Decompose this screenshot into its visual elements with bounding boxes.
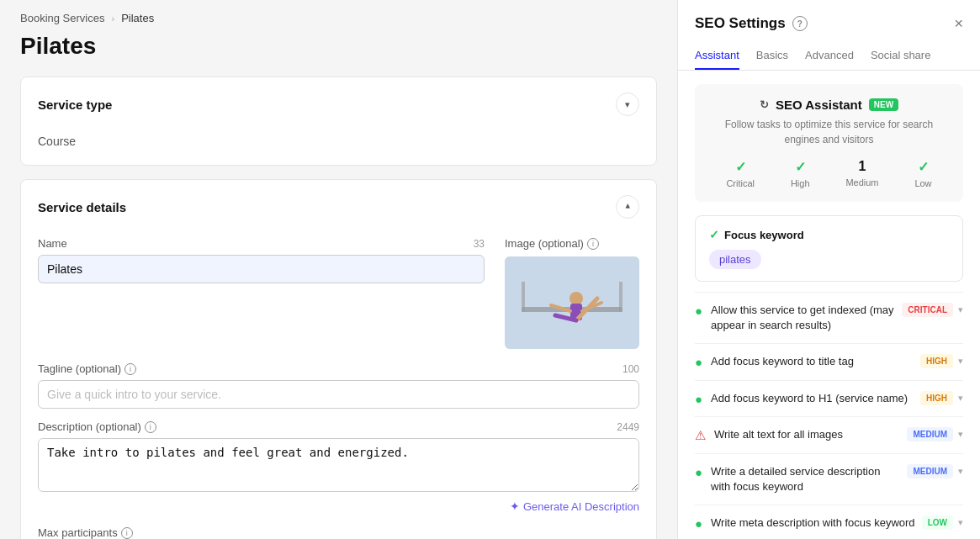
task-left: ● Write meta description with focus keyw… bbox=[695, 515, 915, 531]
tagline-input[interactable] bbox=[38, 380, 639, 409]
task-text: Add focus keyword to H1 (service name) bbox=[711, 391, 908, 406]
task-text: Add focus keyword to title tag bbox=[711, 354, 854, 369]
image-thumbnail[interactable] bbox=[505, 256, 639, 349]
ai-icon: ✦ bbox=[510, 499, 520, 513]
task-badge: MEDIUM bbox=[907, 464, 953, 478]
service-type-card: Service type ▾ Course bbox=[20, 77, 657, 166]
score-medium-label: Medium bbox=[845, 177, 878, 188]
description-textarea[interactable]: Take intro to pilates and feel great and… bbox=[38, 438, 639, 492]
score-high: ✓ High bbox=[791, 159, 810, 188]
task-expand-icon[interactable]: ▾ bbox=[958, 304, 963, 315]
image-section: Image (optional) i bbox=[505, 237, 639, 349]
svg-point-4 bbox=[569, 292, 583, 305]
service-details-body: Name 33 Image (optional) i bbox=[21, 234, 656, 539]
seo-title: SEO Settings ? bbox=[695, 15, 808, 32]
service-details-chevron[interactable]: ▾ bbox=[616, 195, 639, 219]
name-label: Name bbox=[38, 237, 67, 250]
tagline-label-row: Tagline (optional) i 100 bbox=[38, 362, 639, 375]
seo-header: SEO Settings ? × bbox=[678, 0, 980, 32]
focus-keyword-label: Focus keyword bbox=[724, 229, 804, 241]
service-details-header[interactable]: Service details ▾ bbox=[21, 180, 656, 234]
task-item: ● Write a detailed service description w… bbox=[695, 453, 963, 505]
breadcrumb-parent[interactable]: Booking Services bbox=[20, 12, 104, 24]
task-left: ● Write a detailed service description w… bbox=[695, 464, 900, 494]
breadcrumb-current: Pilates bbox=[121, 12, 154, 24]
service-type-title: Service type bbox=[38, 98, 112, 112]
task-text: Write alt text for all images bbox=[714, 427, 843, 442]
task-right: LOW ▾ bbox=[922, 515, 963, 530]
participants-label: Max participants i bbox=[38, 526, 639, 539]
task-right: MEDIUM ▾ bbox=[907, 427, 963, 441]
task-item: ⚠ Write alt text for all images MEDIUM ▾ bbox=[695, 416, 963, 453]
task-badge: HIGH bbox=[920, 354, 953, 368]
generate-ai-button[interactable]: ✦ Generate AI Description bbox=[38, 499, 639, 513]
description-label: Description (optional) i bbox=[38, 420, 156, 433]
score-critical-label: Critical bbox=[726, 178, 755, 188]
seo-close-button[interactable]: × bbox=[954, 16, 963, 31]
assistant-card-title: ↻ SEO Assistant NEW bbox=[708, 98, 950, 112]
score-low: ✓ Low bbox=[914, 159, 931, 188]
task-status-icon: ● bbox=[695, 355, 702, 369]
task-right: HIGH ▾ bbox=[920, 354, 963, 368]
task-status-icon: ⚠ bbox=[695, 428, 706, 443]
task-badge: MEDIUM bbox=[907, 427, 953, 441]
score-low-label: Low bbox=[914, 178, 931, 188]
name-count: 33 bbox=[474, 238, 485, 250]
description-field-group: Description (optional) i 2449 Take intro… bbox=[38, 420, 639, 494]
task-left: ● Add focus keyword to H1 (service name) bbox=[695, 391, 914, 406]
task-item: ● Add focus keyword to H1 (service name)… bbox=[695, 380, 963, 416]
task-status-icon: ● bbox=[695, 516, 702, 531]
participants-info-icon[interactable]: i bbox=[121, 527, 133, 539]
task-badge: LOW bbox=[922, 515, 953, 530]
task-expand-icon[interactable]: ▾ bbox=[958, 466, 963, 477]
image-info-icon[interactable]: i bbox=[587, 238, 599, 250]
task-right: HIGH ▾ bbox=[920, 391, 963, 405]
task-item: ● Allow this service to get indexed (may… bbox=[695, 292, 963, 343]
seo-help-icon[interactable]: ? bbox=[792, 16, 808, 31]
task-expand-icon[interactable]: ▾ bbox=[958, 429, 963, 440]
score-medium-number: 1 bbox=[859, 159, 866, 174]
page-title: Pilates bbox=[20, 33, 657, 60]
tab-assistant[interactable]: Assistant bbox=[695, 42, 739, 70]
svg-rect-2 bbox=[522, 282, 525, 312]
description-count: 2449 bbox=[617, 421, 639, 433]
service-type-body: Course bbox=[21, 131, 656, 165]
task-expand-icon[interactable]: ▾ bbox=[958, 356, 963, 367]
breadcrumb: Booking Services › Pilates bbox=[20, 0, 657, 33]
focus-keyword-card[interactable]: ✓ Focus keyword pilates bbox=[695, 215, 963, 282]
seo-tabs: Assistant Basics Advanced Social share bbox=[678, 42, 980, 71]
name-label-row: Name 33 bbox=[38, 237, 485, 250]
service-type-header[interactable]: Service type ▾ bbox=[21, 77, 656, 131]
tab-basics[interactable]: Basics bbox=[756, 42, 788, 70]
new-badge: NEW bbox=[869, 98, 898, 111]
task-status-icon: ● bbox=[695, 465, 702, 479]
task-status-icon: ● bbox=[695, 304, 702, 318]
tagline-label: Tagline (optional) i bbox=[38, 362, 136, 375]
svg-rect-3 bbox=[619, 282, 622, 312]
tab-social-share[interactable]: Social share bbox=[871, 42, 931, 70]
task-text: Write meta description with focus keywor… bbox=[711, 515, 915, 531]
task-item: ● Add focus keyword to title tag HIGH ▾ bbox=[695, 343, 963, 379]
service-details-card: Service details ▾ Name 33 Image (optiona… bbox=[20, 179, 657, 539]
name-image-row: Name 33 Image (optional) i bbox=[38, 237, 639, 349]
name-field-group: Name 33 bbox=[38, 237, 485, 283]
refresh-icon[interactable]: ↻ bbox=[760, 98, 769, 111]
tab-advanced[interactable]: Advanced bbox=[805, 42, 854, 70]
task-left: ● Add focus keyword to title tag bbox=[695, 354, 914, 369]
score-high-label: High bbox=[791, 178, 810, 188]
participants-section: Max participants i 12 Participants ▲ ▼ bbox=[38, 526, 639, 539]
score-high-check: ✓ bbox=[795, 159, 806, 175]
score-low-check: ✓ bbox=[918, 159, 929, 175]
task-left: ⚠ Write alt text for all images bbox=[695, 427, 900, 443]
tagline-info-icon[interactable]: i bbox=[124, 363, 136, 375]
assistant-card: ↻ SEO Assistant NEW Follow tasks to opti… bbox=[695, 84, 963, 202]
description-info-icon[interactable]: i bbox=[145, 421, 156, 433]
task-expand-icon[interactable]: ▾ bbox=[958, 393, 963, 404]
focus-keyword-check-icon: ✓ bbox=[709, 228, 719, 241]
score-critical-check: ✓ bbox=[735, 159, 746, 175]
task-expand-icon[interactable]: ▾ bbox=[958, 517, 963, 528]
service-type-chevron[interactable]: ▾ bbox=[616, 92, 639, 116]
name-input[interactable] bbox=[38, 255, 485, 283]
task-item: ● Write meta description with focus keyw… bbox=[695, 505, 963, 539]
score-critical: ✓ Critical bbox=[726, 159, 755, 188]
